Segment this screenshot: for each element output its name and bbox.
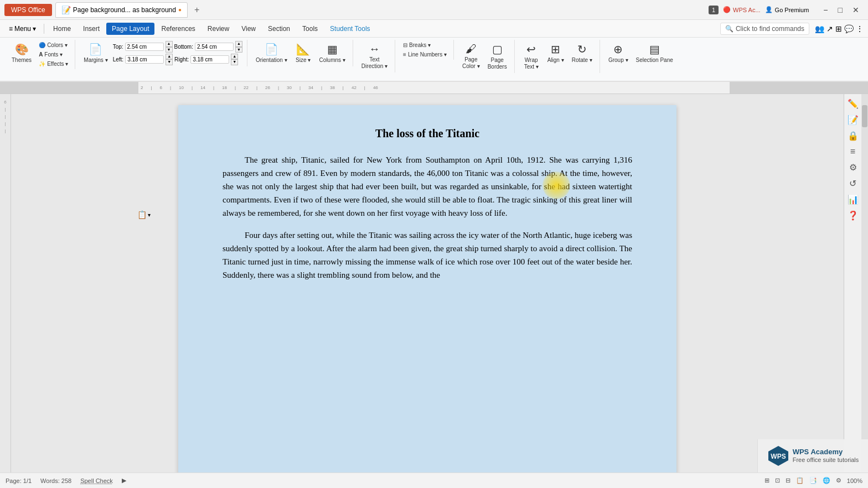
title-bar-right: 1 🔴 WPS Ac... 👤 Go Premium − □ ✕ (709, 4, 864, 15)
settings-status-icon[interactable]: ⚙ (836, 477, 841, 484)
menu-bar: ≡ Menu ▾ Home Insert Page Layout Referen… (0, 20, 868, 38)
wps-office-button[interactable]: WPS Office (4, 4, 52, 16)
menu-item-review[interactable]: Review (202, 23, 235, 35)
word-count: Words: 258 (40, 477, 71, 484)
rotate-button[interactable]: ↻ Rotate ▾ (569, 41, 595, 65)
wrap-text-button[interactable]: ↩ WrapText ▾ (520, 41, 542, 72)
menu-item-page-layout[interactable]: Page Layout (106, 23, 154, 35)
orientation-icon: 📄 (265, 43, 278, 56)
share-icon[interactable]: ↗ (826, 24, 833, 33)
document-area[interactable]: 📋 ▾ The loss of the Titanic The great sh… (11, 94, 844, 473)
colors-button[interactable]: 🔵 Colors ▾ (37, 41, 70, 49)
themes-button[interactable]: 🎨 Themes (9, 41, 34, 65)
line-numbers-button[interactable]: ≡ Line Numbers ▾ (401, 50, 449, 59)
history-icon[interactable]: ↺ (849, 178, 856, 189)
status-arrow: ▶ (122, 477, 126, 484)
tab-title: Page background... as background (73, 6, 176, 14)
page-color-button[interactable]: 🖌 PageColor ▾ (459, 41, 483, 71)
top-input[interactable] (125, 43, 164, 51)
right-spin-up[interactable]: ▲ (231, 54, 238, 59)
vertical-scrollbar[interactable] (861, 94, 868, 473)
right-spin: ▲ ▼ (231, 54, 238, 65)
close-button[interactable]: ✕ (848, 4, 864, 15)
ribbon-group-page-marks: ⊟ Breaks ▾ ≡ Line Numbers ▾ (396, 40, 454, 60)
ribbon-group-arrange: ↩ WrapText ▾ ⊞ Align ▾ ↻ Rotate ▾ (516, 40, 600, 73)
view-doc-icon[interactable]: 📋 (796, 477, 804, 484)
more-icon[interactable]: ⋮ (856, 24, 864, 33)
hamburger-menu[interactable]: ≡ Menu ▾ (4, 23, 40, 35)
wps-account[interactable]: 🔴 WPS Ac... (723, 6, 761, 13)
right-spin-down[interactable]: ▼ (231, 59, 238, 65)
add-tab-button[interactable]: + (191, 5, 203, 15)
document-tab[interactable]: 📝 Page background... as background ● (55, 2, 188, 18)
align-button[interactable]: ⊞ Align ▾ (545, 41, 567, 65)
page-borders-icon: ▢ (492, 43, 503, 56)
top-spin-down[interactable]: ▼ (166, 47, 173, 53)
group-button[interactable]: ⊕ Group ▾ (606, 41, 631, 65)
menu-item-view[interactable]: View (236, 23, 261, 35)
help-icon[interactable]: ❓ (848, 210, 859, 221)
page-borders-button[interactable]: ▢ PageBorders (485, 41, 510, 72)
document-title: The loss of the Titanic (223, 127, 632, 140)
minimize-button[interactable]: − (819, 4, 832, 15)
user-switch-icon[interactable]: 👥 (815, 24, 824, 33)
ruler-left-margin (0, 82, 138, 94)
comment-icon[interactable]: 💬 (844, 24, 854, 33)
left-spin-down[interactable]: ▼ (166, 59, 173, 65)
spell-check[interactable]: Spell Check (80, 477, 113, 484)
columns-button[interactable]: ▦ Columns ▾ (317, 41, 348, 65)
selection-pane-button[interactable]: ▤ Selection Pane (633, 41, 676, 65)
view-print-icon[interactable]: ⊟ (786, 477, 790, 484)
go-premium-button[interactable]: 👤 Go Premium (765, 6, 809, 13)
bottom-spin-down[interactable]: ▼ (235, 47, 242, 53)
themes-icon: 🎨 (15, 43, 29, 56)
layout-icon[interactable]: ⊞ (835, 24, 842, 33)
bottom-label: Bottom: (174, 44, 193, 50)
toolbar-extras: 👥 ↗ ⊞ 💬 ⋮ (815, 24, 864, 33)
text-direction-button[interactable]: ↔ TextDirection ▾ (359, 41, 390, 71)
line-numbers-label: Line Numbers ▾ (408, 51, 447, 58)
menu-item-insert[interactable]: Insert (78, 23, 105, 35)
view-read-icon[interactable]: ⊡ (775, 477, 780, 484)
bottom-spin-up[interactable]: ▲ (235, 41, 242, 46)
rotate-label: Rotate ▾ (572, 57, 592, 64)
top-label: Top: (113, 44, 123, 50)
paste-hint[interactable]: 📋 ▾ (137, 210, 151, 219)
right-input[interactable] (190, 55, 229, 64)
breaks-button[interactable]: ⊟ Breaks ▾ (401, 41, 449, 49)
menu-item-home[interactable]: Home (48, 23, 76, 35)
wps-academy-branding: WPS WPS Academy Free office suite tutori… (757, 439, 868, 473)
left-input[interactable] (125, 55, 164, 64)
status-bar: Page: 1/1 Words: 258 Spell Check ▶ ⊞ ⊡ ⊟… (0, 473, 868, 488)
maximize-button[interactable]: □ (834, 4, 847, 15)
fonts-button[interactable]: A Fonts ▾ (37, 50, 70, 59)
format-icon[interactable]: ✏️ (848, 98, 859, 109)
list-view-icon[interactable]: ≡ (850, 147, 855, 157)
left-label: Left: (113, 56, 123, 63)
top-spin: ▲ ▼ (166, 41, 173, 53)
menu-item-section[interactable]: Section (262, 23, 296, 35)
size-button[interactable]: 📐 Size ▾ (292, 41, 314, 65)
view-normal-icon[interactable]: ⊞ (764, 477, 769, 484)
margin-inputs: Top: ▲ ▼ Bottom: ▲ ▼ Left: (113, 41, 242, 65)
bottom-input[interactable] (195, 43, 234, 51)
margins-button[interactable]: 📄 Margins ▾ (81, 41, 110, 65)
scrollbar-thumb[interactable] (862, 105, 867, 127)
left-spin-up[interactable]: ▲ (166, 54, 173, 59)
view-outline-icon[interactable]: 📑 (809, 477, 817, 484)
align-icon: ⊞ (551, 43, 560, 56)
effects-button[interactable]: ✨ Effects ▾ (37, 60, 70, 68)
web-icon[interactable]: 🌐 (823, 477, 830, 484)
track-changes-icon[interactable]: 📝 (848, 115, 859, 125)
orientation-button[interactable]: 📄 Orientation ▾ (253, 41, 290, 65)
lock-icon[interactable]: 🔒 (848, 131, 859, 141)
top-spin-up[interactable]: ▲ (166, 41, 173, 46)
size-label: Size ▾ (296, 57, 311, 64)
menu-item-tools[interactable]: Tools (297, 23, 323, 35)
wps-academy-subtitle: Free office suite tutorials (793, 456, 859, 464)
search-box[interactable]: 🔍 Click to find commands (720, 23, 809, 35)
menu-item-student-tools[interactable]: Student Tools (324, 23, 376, 35)
settings-icon[interactable]: ⚙ (849, 162, 857, 173)
menu-item-references[interactable]: References (156, 23, 200, 35)
chart-icon[interactable]: 📊 (848, 194, 859, 205)
